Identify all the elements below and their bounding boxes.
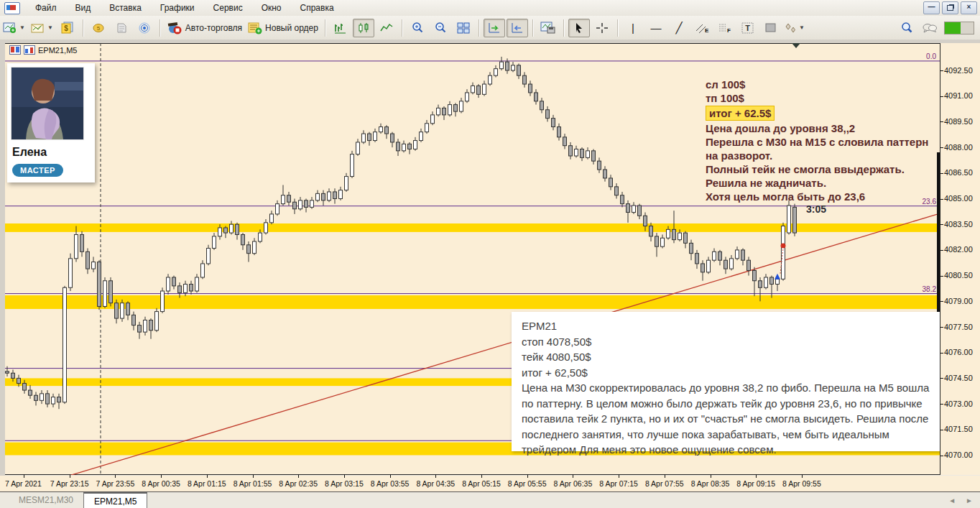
new-order-button[interactable]: Новый ордер — [246, 19, 320, 37]
candle — [575, 149, 578, 156]
time-axis-tick — [573, 475, 573, 478]
symbols-button[interactable]: $ — [57, 19, 78, 37]
svg-text:$: $ — [64, 24, 68, 32]
menu-item-4[interactable]: Сервис — [204, 1, 252, 15]
horizontal-line-tool-button[interactable]: — — [645, 19, 667, 37]
menu-item-3[interactable]: Графики — [151, 1, 204, 15]
news-button[interactable] — [111, 19, 132, 37]
candlestick-mode-button[interactable] — [353, 19, 374, 37]
time-axis-label: 8 Apr 04:35 — [416, 479, 455, 488]
rectangle-tool-button[interactable] — [760, 19, 782, 37]
candle — [172, 277, 176, 286]
auto-scroll-button[interactable] — [484, 19, 505, 37]
channel-tool-button[interactable]: E — [691, 19, 713, 37]
time-axis[interactable]: 7 Apr 20217 Apr 23:157 Apr 23:558 Apr 00… — [0, 476, 980, 491]
candle — [644, 216, 647, 226]
candle — [552, 119, 555, 127]
time-axis-label: 8 Apr 03:55 — [371, 479, 410, 488]
candle — [195, 277, 199, 291]
price-axis-tick — [940, 456, 943, 456]
zoom-out-icon — [434, 22, 447, 34]
annotation-block: сл 100$тп 100$итог + 62.5$Цена дошла до … — [706, 78, 928, 203]
profile-badge: МАСТЕР — [12, 164, 63, 177]
connection-status-indicator — [944, 22, 974, 34]
candle — [500, 62, 504, 69]
candle — [126, 303, 130, 315]
chat-button[interactable] — [919, 19, 940, 37]
crosshair-button[interactable] — [591, 19, 613, 37]
cursor-button[interactable] — [568, 19, 590, 37]
time-axis-tick — [481, 475, 482, 478]
profiles-icon — [31, 22, 45, 34]
signals-button[interactable] — [134, 19, 155, 37]
tile-windows-button[interactable] — [453, 19, 474, 37]
price-axis-tick — [940, 96, 943, 97]
text-tool-button[interactable]: T — [737, 19, 759, 37]
price-axis-tick — [940, 250, 943, 251]
price-axis[interactable]: 4092.504091.004089.504088.004086.504085.… — [940, 43, 980, 475]
new-chart-button[interactable]: ▼ — [1, 19, 27, 37]
zoom-in-button[interactable] — [407, 19, 428, 37]
menu-item-5[interactable]: Окно — [252, 1, 291, 15]
search-button[interactable] — [896, 19, 917, 37]
depth-of-market-icon[interactable] — [9, 45, 21, 55]
market-button[interactable]: 5 — [88, 19, 109, 37]
menu-item-2[interactable]: Вставка — [100, 1, 151, 15]
info-box-line: тейк 4080,50$ — [522, 349, 930, 365]
info-box-line: стоп 4078,50$ — [522, 334, 930, 350]
new-chart-icon — [3, 22, 17, 34]
candle — [184, 285, 188, 293]
chart-shift-button[interactable] — [507, 19, 528, 37]
candle — [425, 124, 429, 132]
menu-item-6[interactable]: Справка — [291, 1, 343, 15]
vertical-line-tool-button[interactable]: | — [622, 19, 644, 37]
candle — [650, 226, 653, 236]
bar-position-marker — [792, 43, 800, 48]
price-axis-label: 4076.00 — [944, 348, 973, 356]
candle — [121, 303, 124, 318]
annotation-line: Цена дошла до уровня 38,,2 — [706, 121, 928, 135]
profile-card: Елена МАСТЕР — [7, 63, 95, 183]
candle — [161, 291, 165, 312]
market-coin-icon: 5 — [92, 22, 105, 33]
candle — [414, 141, 417, 149]
price-axis-label: 4074.50 — [944, 374, 973, 382]
candle — [736, 250, 739, 259]
chart-window-icon — [24, 45, 35, 55]
candle — [460, 101, 463, 111]
candlestick-icon — [357, 22, 370, 34]
bar-chart-mode-button[interactable] — [330, 19, 351, 37]
candle — [224, 228, 228, 233]
candle — [437, 108, 440, 115]
menu-item-1[interactable]: Вид — [66, 1, 101, 15]
trendline-tool-button[interactable]: ╱ — [668, 19, 690, 37]
info-box-line: итог + 62,50$ — [522, 365, 930, 381]
chart-tab-mesm21-m30[interactable]: MESM21,M30 — [9, 493, 83, 507]
arrows-tool-button[interactable]: ▼ — [783, 19, 807, 37]
candle — [391, 134, 394, 142]
tab-scroll-right-icon[interactable]: ► — [966, 497, 973, 504]
candle — [144, 320, 147, 332]
fibonacci-tool-button[interactable]: F — [714, 19, 736, 37]
candle — [730, 259, 734, 269]
time-axis-tick — [207, 475, 208, 478]
candle — [563, 137, 567, 146]
chart-symbol-label: EPM21,M5 — [38, 46, 77, 55]
candle — [282, 195, 285, 204]
candle — [494, 69, 498, 76]
candle — [604, 170, 607, 178]
close-button[interactable]: × — [961, 1, 977, 14]
profiles-button[interactable]: ▼ — [29, 19, 55, 37]
templates-button[interactable] — [537, 19, 559, 37]
line-chart-mode-button[interactable] — [376, 19, 397, 37]
restore-button[interactable] — [942, 1, 958, 14]
time-axis-tick — [390, 475, 391, 478]
minimize-button[interactable]: — — [923, 1, 940, 14]
menu-item-0[interactable]: Файл — [26, 1, 66, 15]
auto-trading-button[interactable]: Авто-торговля — [165, 19, 244, 37]
chart-tab-epm21-m5[interactable]: EPM21,M5 — [83, 492, 147, 508]
candle — [558, 127, 561, 137]
tab-scroll-left-icon[interactable]: ◄ — [948, 497, 956, 504]
price-axis-tick — [940, 353, 943, 354]
zoom-out-button[interactable] — [430, 19, 451, 37]
